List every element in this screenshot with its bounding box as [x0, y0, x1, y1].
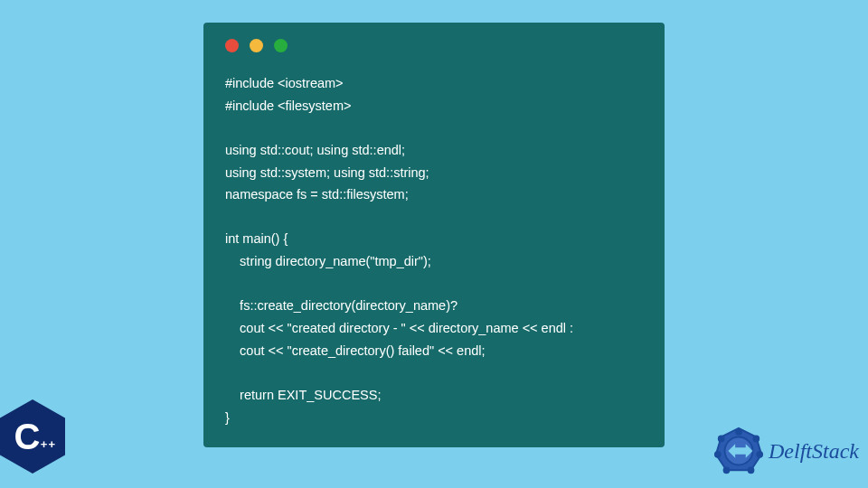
code-content: #include <iostream> #include <filesystem…: [225, 72, 643, 428]
close-icon: [225, 39, 239, 52]
svg-point-7: [715, 452, 721, 457]
cpp-plus-suffix: ++: [41, 437, 56, 451]
svg-point-4: [757, 452, 762, 457]
svg-point-3: [753, 436, 759, 442]
svg-point-8: [719, 436, 724, 442]
svg-point-6: [724, 467, 730, 473]
cpp-c-letter: C: [14, 417, 41, 457]
cpp-logo: C ++: [0, 399, 72, 481]
code-window: #include <iostream> #include <filesystem…: [203, 23, 665, 447]
maximize-icon: [274, 39, 288, 52]
delftstack-gear-icon: [712, 425, 765, 477]
window-controls: [225, 39, 643, 52]
svg-point-2: [736, 429, 741, 435]
minimize-icon: [250, 39, 263, 52]
svg-point-5: [749, 467, 754, 473]
delftstack-logo: DelftStack: [712, 425, 859, 477]
cpp-hexagon-icon: C ++: [0, 399, 65, 474]
delftstack-text: DelftStack: [769, 439, 859, 464]
